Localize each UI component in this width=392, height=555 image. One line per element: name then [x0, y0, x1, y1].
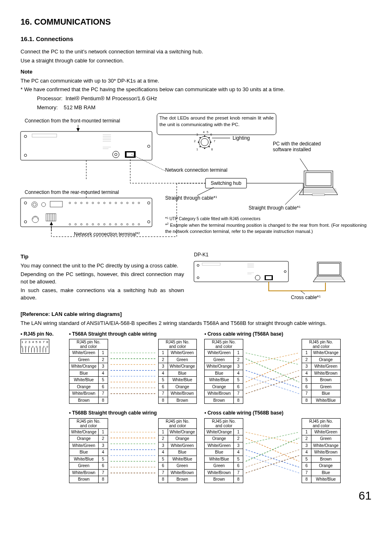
page-heading: 16. COMMUNICATIONS: [21, 16, 371, 28]
svg-line-55: [285, 190, 300, 205]
dpk1-label: DP-K1: [194, 251, 371, 258]
svg-line-58: [197, 187, 214, 196]
svg-text:5: 5: [207, 131, 208, 134]
svg-text:PC with the dedicatedsoftware : PC with the dedicatedsoftware installed: [273, 141, 321, 152]
svg-text:Switching hub: Switching hub: [211, 180, 242, 186]
svg-point-36: [204, 148, 205, 149]
crossA-wiring: RJ45 pin No.and colorWhite/Green1Green2W…: [204, 339, 340, 404]
crossB-title: • Cross cable wiring (T568B base): [204, 410, 340, 416]
svg-text:Network connection terminal: Network connection terminal: [165, 167, 227, 173]
svg-text:Straight through cable*1: Straight through cable*1: [165, 195, 217, 201]
svg-point-21: [199, 136, 210, 148]
tip-line: Depending on the PC settings, however, t…: [21, 271, 184, 285]
svg-line-158: [246, 455, 299, 473]
svg-text:2: 2: [194, 140, 196, 143]
reference-text: The LAN wiring standard of ANSI/TIA/EIA-…: [21, 320, 371, 327]
svg-point-34: [210, 142, 212, 143]
svg-text:4: 4: [203, 131, 205, 134]
svg-rect-106: [194, 261, 288, 282]
spec-line: Processor: Intel® Pentium® M Processor/1…: [37, 95, 371, 102]
svg-point-35: [209, 146, 210, 147]
svg-point-38: [198, 142, 199, 143]
svg-line-126: [301, 291, 305, 294]
tip-line: In such cases, make connections via a sw…: [21, 287, 184, 301]
svg-text:6: 6: [210, 133, 212, 136]
crossA-title: • Cross cable wiring (T568A base): [204, 331, 340, 337]
svg-text:Cross cable*1: Cross cable*1: [291, 295, 321, 300]
svg-line-155: [246, 455, 299, 473]
svg-line-149: [246, 371, 299, 388]
crossB-wiring: RJ45 pin No.and colorWhite/Orange1Orange…: [204, 418, 340, 483]
svg-rect-60: [21, 198, 152, 227]
svg-text:Lighting: Lighting: [233, 135, 250, 141]
svg-point-33: [209, 137, 210, 138]
svg-rect-119: [266, 276, 272, 279]
svg-rect-17: [127, 152, 134, 157]
svg-point-32: [204, 136, 205, 137]
svg-marker-2: [76, 128, 80, 131]
t568b-title: • T568B Straight through cable wiring: [69, 410, 197, 416]
svg-text:Connection from the rear-mount: Connection from the rear-mounted termina…: [25, 189, 119, 195]
t568b-wiring: RJ45 pin No.and colorWhite/Orange1Orange…: [69, 418, 197, 483]
svg-rect-48: [312, 194, 325, 196]
t568a-title: • T568A Straight through cable wiring: [69, 331, 197, 337]
tip-label: Tip: [21, 253, 184, 260]
svg-text:8: 8: [211, 148, 213, 151]
svg-point-31: [200, 137, 201, 138]
svg-text:3: 3: [196, 133, 198, 136]
rj45-title: • RJ45 pin No.: [21, 331, 62, 337]
t568a-wiring: RJ45 pin No.and colorWhite/Green1Green2W…: [69, 339, 197, 404]
svg-text:1: 1: [196, 148, 198, 151]
svg-line-146: [246, 371, 299, 388]
svg-rect-121: [318, 263, 340, 275]
rj45-connector-icon: 1 2 3 4 5 6 7 8 o o o o o o o o: [21, 339, 49, 354]
diagram-footnote: *2 Example when the terminal mounting po…: [165, 222, 367, 234]
svg-point-37: [200, 146, 201, 147]
svg-text:Connection from the front-moun: Connection from the front-mounted termin…: [25, 118, 120, 124]
section-heading: 16.1. Connections: [21, 35, 371, 43]
spec-line: Memory: 512 MB RAM: [37, 104, 371, 111]
svg-point-22: [201, 138, 208, 146]
note-label: Note: [21, 68, 371, 76]
svg-line-154: [246, 449, 299, 467]
svg-line-49: [300, 159, 308, 171]
svg-line-157: [246, 449, 299, 467]
intro-line: Use a straight through cable for connect…: [21, 57, 371, 64]
svg-rect-43: [306, 173, 331, 186]
led-note: The dot LEDs around the preset knob rema…: [159, 115, 274, 128]
svg-text:Straight through cable*1: Straight through cable*1: [249, 205, 301, 211]
note-line: * We have confirmed that the PC having t…: [21, 86, 371, 93]
page-number: 61: [21, 488, 371, 504]
intro-line: Connect the PC to the unit's network con…: [21, 48, 371, 55]
svg-text:*1 UTP Category 5 cable fitted: *1 UTP Category 5 cable fitted with RJ45…: [165, 216, 261, 221]
svg-text:Network connection terminal*2: Network connection terminal*2: [74, 231, 140, 237]
reference-heading: [Reference: LAN cable wiring diagrams]: [21, 311, 371, 318]
tip-line: You may connect the unit to the PC direc…: [21, 262, 184, 269]
tip-diagram: Cross cable*1: [194, 258, 371, 303]
svg-text:7: 7: [214, 140, 215, 143]
note-line: The PC can communicate with up to 30* DP…: [21, 77, 371, 85]
